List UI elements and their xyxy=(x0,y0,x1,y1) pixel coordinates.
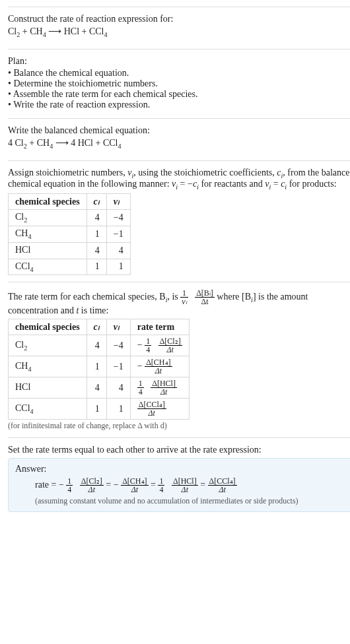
col-c: cᵢ xyxy=(87,319,106,335)
stoich-section: Assign stoichiometric numbers, νi, using… xyxy=(8,160,350,282)
plan-section: Plan: Balance the chemical equation. Det… xyxy=(8,49,350,118)
balanced-section: Write the balanced chemical equation: 4 … xyxy=(8,118,350,160)
rateterm-table: chemical species cᵢ νᵢ rate term Cl2 4 −… xyxy=(8,319,190,420)
plan-item: Assemble the rate term for each chemical… xyxy=(8,89,350,100)
coef-fraction: 1νᵢ xyxy=(180,289,188,306)
col-c: cᵢ xyxy=(87,194,106,210)
table-row: CH4 1 −1 xyxy=(9,226,131,242)
col-nu: νᵢ xyxy=(106,319,130,335)
prompt-section: Construct the rate of reaction expressio… xyxy=(8,7,350,49)
col-species: chemical species xyxy=(9,194,87,210)
col-rate: rate term xyxy=(130,319,189,335)
table-row: Cl2 4 −4 xyxy=(9,210,131,226)
table-row: chemical species cᵢ νᵢ xyxy=(9,194,131,210)
col-species: chemical species xyxy=(9,319,87,335)
stoich-intro: Assign stoichiometric numbers, νi, using… xyxy=(8,168,350,191)
table-row: CCl4 1 1 Δ[CCl₄]Δt xyxy=(9,399,190,420)
plan-item: Write the rate of reaction expression. xyxy=(8,100,350,110)
answer-equation: rate = − 14 Δ[Cl₂]Δt = − Δ[CH₄]Δt = 14 Δ… xyxy=(15,477,350,494)
stoich-table: chemical species cᵢ νᵢ Cl2 4 −4 CH4 1 −1… xyxy=(8,193,131,275)
table-row: HCl 4 4 xyxy=(9,242,131,259)
unbalanced-equation: Cl2 + CH4 ⟶ HCl + CCl4 xyxy=(8,26,350,38)
final-section: Set the rate terms equal to each other t… xyxy=(8,437,350,519)
rateterm-note: (for infinitesimal rate of change, repla… xyxy=(8,421,350,431)
answer-label: Answer: xyxy=(15,464,350,474)
col-nu: νᵢ xyxy=(106,194,130,210)
table-row: Cl2 4 −4 − 14 Δ[Cl₂]Δt xyxy=(9,335,190,356)
rateterm-intro: The rate term for each chemical species,… xyxy=(8,289,350,316)
plan-item: Determine the stoichiometric numbers. xyxy=(8,79,350,89)
plan-item: Balance the chemical equation. xyxy=(8,68,350,79)
table-row: CCl4 1 1 xyxy=(9,259,131,275)
balanced-equation: 4 Cl2 + CH4 ⟶ 4 HCl + CCl4 xyxy=(8,137,350,150)
answer-note: (assuming constant volume and no accumul… xyxy=(15,496,350,506)
table-row: chemical species cᵢ νᵢ rate term xyxy=(9,319,190,335)
rate-fraction: Δ[Bᵢ]Δt xyxy=(195,289,215,306)
answer-box: Answer: rate = − 14 Δ[Cl₂]Δt = − Δ[CH₄]Δ… xyxy=(8,458,350,512)
rateterm-section: The rate term for each chemical species,… xyxy=(8,282,350,437)
prompt-title: Construct the rate of reaction expressio… xyxy=(8,14,350,24)
plan-list: Balance the chemical equation. Determine… xyxy=(8,68,350,110)
balanced-heading: Write the balanced chemical equation: xyxy=(8,125,350,136)
table-row: CH4 1 −1 − Δ[CH₄]Δt xyxy=(9,356,190,377)
final-heading: Set the rate terms equal to each other t… xyxy=(8,445,350,455)
plan-heading: Plan: xyxy=(8,56,350,67)
table-row: HCl 4 4 14 Δ[HCl]Δt xyxy=(9,377,190,399)
